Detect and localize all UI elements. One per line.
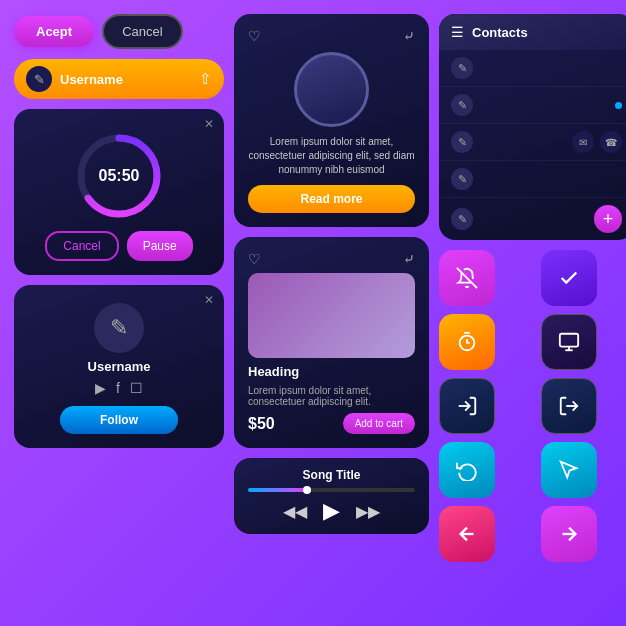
shop-description: Lorem ipsum dolor sit amet, consectetuer… [248,385,415,407]
contact-row[interactable]: ✎ [439,87,626,124]
username-label: Username [60,72,191,87]
forward-button[interactable] [541,506,597,562]
add-contact-button[interactable]: + [594,205,622,233]
media-card-top: ♡ ⤶ [248,28,415,44]
contacts-card: ☰ Contacts ✎ ✎ ✎ ✉ ☎ [439,14,626,240]
music-progress-fill [248,488,306,492]
screen-button[interactable] [541,314,597,370]
timer-ring-wrapper: 05:50 [28,131,210,221]
facebook-icon[interactable]: f [116,380,120,396]
youtube-icon[interactable]: ▶ [95,380,106,396]
timer-display: 05:50 [99,167,140,185]
svg-rect-5 [559,334,577,347]
column-2: ♡ ⤶ Lorem ipsum dolor sit amet, consecte… [234,14,429,572]
contact-row[interactable]: ✎ ✉ ☎ [439,124,626,161]
media-avatar-circle [294,52,369,127]
add-to-cart-button[interactable]: Add to cart [343,413,415,434]
profile-card: ✕ ✎ Username ▶ f ☐ Follow [14,285,224,448]
timer-buttons: Cancel Pause [28,231,210,261]
accept-button[interactable]: Acept [14,16,94,47]
share-icon[interactable]: ⤶ [403,28,415,44]
checkmark-button[interactable] [541,250,597,306]
login-button[interactable] [439,378,495,434]
instagram-icon[interactable]: ☐ [130,380,143,396]
follow-button[interactable]: Follow [60,406,178,434]
contact-avatar: ✎ [451,94,473,116]
cursor-button[interactable] [541,442,597,498]
shop-heart-icon[interactable]: ♡ [248,251,261,267]
contact-dot [615,65,622,72]
contact-avatar: ✎ [451,131,473,153]
username-row[interactable]: ✎ Username ⇧ [14,59,224,99]
timer-card: ✕ 05:50 [14,109,224,275]
profile-close-button[interactable]: ✕ [204,293,214,307]
cancel-button[interactable]: Cancel [102,14,182,49]
mail-icon-button[interactable]: ✉ [572,131,594,153]
timer-close-button[interactable]: ✕ [204,117,214,131]
heart-icon[interactable]: ♡ [248,28,261,44]
shop-heading: Heading [248,364,415,379]
svg-line-2 [457,268,477,288]
media-description: Lorem ipsum dolor sit amet, consectetuer… [248,135,415,177]
contact-dot-blue [615,102,622,109]
music-title: Song Title [248,468,415,482]
column-3: ☰ Contacts ✎ ✎ ✎ ✉ ☎ [439,14,626,572]
shop-share-icon[interactable]: ⤶ [403,251,415,267]
shop-price: $50 [248,415,275,433]
timer-cancel-button[interactable]: Cancel [45,231,118,261]
upload-icon: ⇧ [199,70,212,88]
icon-buttons-grid [439,250,626,562]
rewind-button[interactable]: ◀◀ [283,502,307,521]
contact-row[interactable]: ✎ [439,161,626,198]
contact-avatar: ✎ [451,208,473,230]
contact-row-add: ✎ + [439,198,626,240]
profile-social-icons: ▶ f ☐ [95,380,143,396]
contact-avatar: ✎ [451,168,473,190]
logout-button[interactable] [541,378,597,434]
shop-card: ♡ ⤶ Heading Lorem ipsum dolor sit amet, … [234,237,429,448]
timer-button[interactable] [439,314,495,370]
back-button[interactable] [439,506,495,562]
fast-forward-button[interactable]: ▶▶ [356,502,380,521]
profile-avatar: ✎ [94,303,144,353]
notification-off-button[interactable] [439,250,495,306]
music-progress-dot [303,486,311,494]
phone-icon-button[interactable]: ☎ [600,131,622,153]
avatar-small: ✎ [26,66,52,92]
music-progress-bar[interactable] [248,488,415,492]
read-more-button[interactable]: Read more [248,185,415,213]
column-1: Acept Cancel ✎ Username ⇧ ✕ [14,14,224,572]
shop-bottom: $50 Add to cart [248,413,415,434]
profile-username: Username [88,359,151,374]
play-button[interactable]: ▶ [323,498,340,524]
music-card: Song Title ◀◀ ▶ ▶▶ [234,458,429,534]
music-controls: ◀◀ ▶ ▶▶ [248,498,415,524]
refresh-button[interactable] [439,442,495,498]
contact-avatar: ✎ [451,57,473,79]
contact-action-icons: ✉ ☎ [572,131,622,153]
timer-ring: 05:50 [74,131,164,221]
contacts-title: Contacts [472,25,528,40]
contacts-header: ☰ Contacts [439,14,626,50]
contact-dot [615,176,622,183]
menu-icon[interactable]: ☰ [451,24,464,40]
timer-pause-button[interactable]: Pause [127,231,193,261]
media-card: ♡ ⤶ Lorem ipsum dolor sit amet, consecte… [234,14,429,227]
accept-cancel-row: Acept Cancel [14,14,224,49]
contact-row[interactable]: ✎ [439,50,626,87]
shop-card-top: ♡ ⤶ [248,251,415,267]
shop-image [248,273,415,358]
